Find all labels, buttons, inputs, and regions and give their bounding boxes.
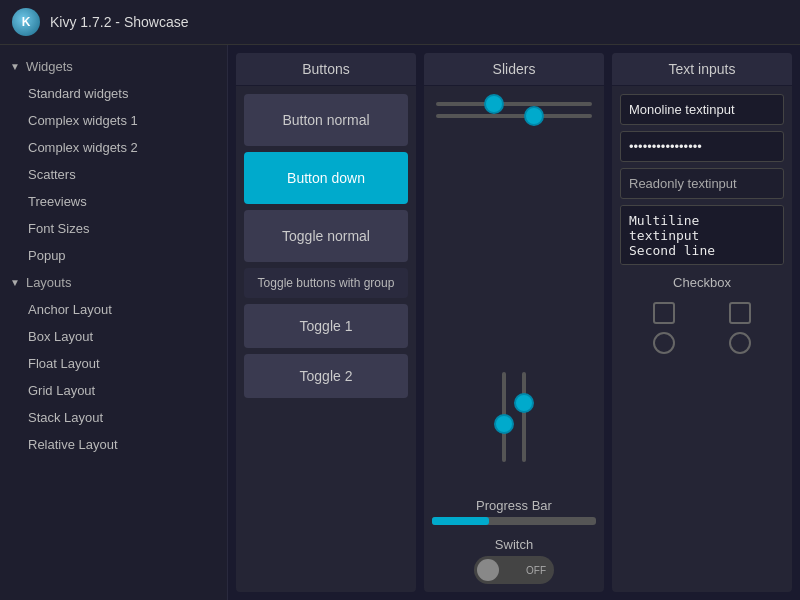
v-slider-1[interactable] — [502, 372, 506, 462]
h-slider-2[interactable] — [436, 114, 592, 118]
widgets-arrow-icon: ▼ — [10, 61, 20, 72]
layouts-arrow-icon: ▼ — [10, 277, 20, 288]
radio-1[interactable] — [653, 332, 675, 354]
button-down[interactable]: Button down — [244, 152, 408, 204]
toggle-2[interactable]: Toggle 2 — [244, 354, 408, 398]
multiline-input[interactable]: Multiline textinput Second line — [620, 205, 784, 265]
text-panel: Text inputs Multiline textinput Second l… — [612, 53, 792, 592]
titlebar: K Kivy 1.7.2 - Showcase — [0, 0, 800, 45]
text-panel-header: Text inputs — [612, 53, 792, 86]
sidebar-item-float-layout[interactable]: Float Layout — [0, 350, 227, 377]
switch-label: Switch — [432, 537, 596, 552]
progress-bar-bg — [432, 517, 596, 525]
sidebar-item-standard-widgets[interactable]: Standard widgets — [0, 80, 227, 107]
content-area: Buttons Button normal Button down Toggle… — [228, 45, 800, 600]
readonly-input — [620, 168, 784, 199]
progress-label: Progress Bar — [432, 498, 596, 513]
sidebar-item-grid-layout[interactable]: Grid Layout — [0, 377, 227, 404]
sidebar: ▼ Widgets Standard widgets Complex widge… — [0, 45, 228, 600]
main-layout: ▼ Widgets Standard widgets Complex widge… — [0, 45, 800, 600]
progress-section: Progress Bar — [432, 498, 596, 525]
slider-container — [432, 94, 596, 488]
sidebar-section-widgets-label: Widgets — [26, 59, 73, 74]
h-slider-2-row — [436, 114, 592, 118]
sidebar-item-relative-layout[interactable]: Relative Layout — [0, 431, 227, 458]
sidebar-section-layouts[interactable]: ▼ Layouts — [0, 269, 227, 296]
toggle-normal[interactable]: Toggle normal — [244, 210, 408, 262]
toggle-1[interactable]: Toggle 1 — [244, 304, 408, 348]
v-slider-2[interactable] — [522, 372, 526, 462]
logo-text: K — [22, 15, 31, 29]
switch-off-label: OFF — [526, 565, 546, 576]
panels-row: Buttons Button normal Button down Toggle… — [228, 45, 800, 600]
app-logo: K — [12, 8, 40, 36]
sidebar-item-popup[interactable]: Popup — [0, 242, 227, 269]
sliders-panel-body: Progress Bar Switch OFF — [424, 86, 604, 592]
checkbox-2-item — [706, 302, 774, 324]
buttons-panel-body: Button normal Button down Toggle normal … — [236, 86, 416, 592]
vertical-sliders — [436, 126, 592, 480]
sidebar-item-complex-widgets-1[interactable]: Complex widgets 1 — [0, 107, 227, 134]
buttons-panel-header: Buttons — [236, 53, 416, 86]
switch-section: Switch OFF — [432, 537, 596, 584]
switch-knob — [477, 559, 499, 581]
sidebar-item-treeviews[interactable]: Treeviews — [0, 188, 227, 215]
checkbox-1[interactable] — [653, 302, 675, 324]
radio-1-item — [630, 332, 698, 354]
sidebar-section-widgets[interactable]: ▼ Widgets — [0, 53, 227, 80]
checkbox-1-item — [630, 302, 698, 324]
sliders-panel: Sliders — [424, 53, 604, 592]
switch-track[interactable]: OFF — [474, 556, 554, 584]
text-panel-body: Multiline textinput Second line Checkbox — [612, 86, 792, 592]
sidebar-item-anchor-layout[interactable]: Anchor Layout — [0, 296, 227, 323]
sidebar-item-scatters[interactable]: Scatters — [0, 161, 227, 188]
checkbox-2[interactable] — [729, 302, 751, 324]
app-title: Kivy 1.7.2 - Showcase — [50, 14, 189, 30]
v-slider-1-wrap — [502, 372, 506, 472]
button-normal[interactable]: Button normal — [244, 94, 408, 146]
password-input[interactable] — [620, 131, 784, 162]
sidebar-item-box-layout[interactable]: Box Layout — [0, 323, 227, 350]
monoline-input[interactable] — [620, 94, 784, 125]
v-slider-2-wrap — [522, 372, 526, 472]
radio-2[interactable] — [729, 332, 751, 354]
switch-widget: OFF — [432, 556, 596, 584]
sidebar-section-layouts-label: Layouts — [26, 275, 72, 290]
toggle-group-header: Toggle buttons with group — [244, 268, 408, 298]
buttons-panel: Buttons Button normal Button down Toggle… — [236, 53, 416, 592]
sliders-panel-header: Sliders — [424, 53, 604, 86]
checkbox-grid — [620, 302, 784, 354]
checkbox-label: Checkbox — [620, 275, 784, 290]
progress-bar-fill — [432, 517, 489, 525]
sidebar-item-font-sizes[interactable]: Font Sizes — [0, 215, 227, 242]
sidebar-item-stack-layout[interactable]: Stack Layout — [0, 404, 227, 431]
radio-2-item — [706, 332, 774, 354]
sidebar-item-complex-widgets-2[interactable]: Complex widgets 2 — [0, 134, 227, 161]
